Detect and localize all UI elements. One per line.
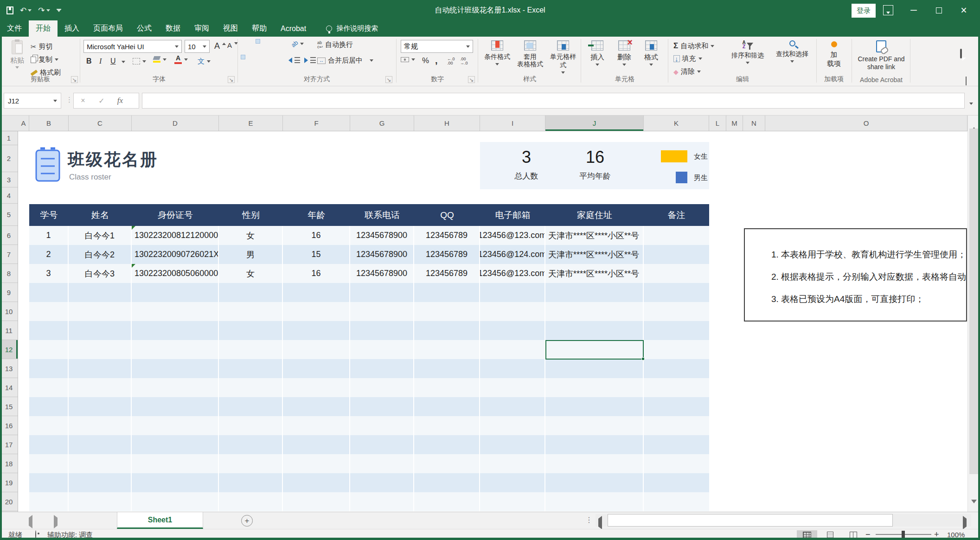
cell[interactable]: [480, 321, 545, 340]
undo-button[interactable]: ↶: [20, 6, 32, 14]
cell[interactable]: [414, 283, 480, 302]
cell[interactable]: [644, 416, 709, 435]
cell[interactable]: [283, 340, 350, 359]
name-box[interactable]: J12: [4, 93, 61, 109]
row-header-8[interactable]: 8: [0, 264, 18, 283]
cell[interactable]: [545, 378, 644, 397]
row-header-4[interactable]: 4: [0, 187, 18, 204]
cell[interactable]: [132, 473, 219, 492]
cell[interactable]: 123456@124.com: [480, 245, 545, 264]
cell[interactable]: [219, 302, 283, 321]
cell[interactable]: [350, 359, 414, 378]
sort-filter-button[interactable]: AZ 排序和筛选: [726, 40, 769, 64]
column-header-H[interactable]: H: [414, 116, 480, 131]
decrease-decimal-button[interactable]: .00 →.0: [460, 57, 468, 65]
cell[interactable]: [219, 435, 283, 454]
addins-button[interactable]: 加 载项: [822, 41, 846, 68]
cell[interactable]: [414, 321, 480, 340]
tab-splitter-handle[interactable]: ⋮: [585, 515, 593, 524]
collapse-ribbon-button[interactable]: [966, 77, 967, 85]
cell[interactable]: [283, 435, 350, 454]
phonetic-button[interactable]: 文: [198, 57, 211, 66]
tab-view[interactable]: 视图: [216, 20, 245, 37]
cancel-icon[interactable]: ×: [74, 96, 92, 105]
row-header-13[interactable]: 13: [0, 359, 18, 378]
cell[interactable]: [644, 340, 709, 359]
cell[interactable]: [644, 473, 709, 492]
cell[interactable]: [480, 492, 545, 511]
cell[interactable]: [29, 435, 69, 454]
cell[interactable]: [644, 264, 709, 283]
cell[interactable]: [545, 416, 644, 435]
cell[interactable]: [219, 473, 283, 492]
row-header-19[interactable]: 19: [0, 473, 18, 492]
cell[interactable]: [132, 359, 219, 378]
formula-bar-expand-icon[interactable]: [969, 98, 973, 107]
row-header-10[interactable]: 10: [0, 302, 18, 321]
cell[interactable]: [350, 492, 414, 511]
redo-chevron-icon[interactable]: [46, 9, 50, 12]
wrap-text-button[interactable]: ab c↩自动换行: [317, 40, 353, 49]
column-header-A[interactable]: A: [18, 116, 29, 131]
cell[interactable]: [69, 359, 132, 378]
cell[interactable]: [219, 359, 283, 378]
cell[interactable]: [545, 359, 644, 378]
undo-chevron-icon[interactable]: [28, 9, 32, 12]
cell[interactable]: 白今今3: [69, 264, 132, 283]
cell[interactable]: [545, 454, 644, 473]
column-header-G[interactable]: G: [350, 116, 414, 131]
cell[interactable]: [132, 321, 219, 340]
cell[interactable]: 15: [283, 245, 350, 264]
share-comments-icon[interactable]: [960, 50, 962, 58]
cell[interactable]: [219, 454, 283, 473]
cell[interactable]: [283, 492, 350, 511]
cell[interactable]: [545, 397, 644, 416]
cell[interactable]: 123456789: [414, 264, 480, 283]
cell[interactable]: [350, 283, 414, 302]
tab-page-layout[interactable]: 页面布局: [86, 20, 130, 37]
cell[interactable]: 16: [283, 226, 350, 245]
cell[interactable]: [219, 397, 283, 416]
formula-input[interactable]: [142, 93, 965, 109]
cell[interactable]: [480, 473, 545, 492]
namebox-splitter[interactable]: ⋮: [66, 96, 73, 104]
notes-textbox[interactable]: 1. 本表格用于学校、教育机构进行学生管理使用； 2. 根据表格提示，分别输入对…: [744, 228, 967, 321]
cell[interactable]: [545, 321, 644, 340]
currency-format-button[interactable]: [401, 57, 415, 62]
cell[interactable]: 123456@123.com: [480, 226, 545, 245]
cell[interactable]: [283, 283, 350, 302]
cell[interactable]: [219, 416, 283, 435]
cell[interactable]: 3: [29, 264, 69, 283]
row-header-16[interactable]: 16: [0, 416, 18, 435]
cell[interactable]: 2: [29, 245, 69, 264]
column-header-O[interactable]: O: [765, 116, 967, 131]
cell[interactable]: 16: [283, 264, 350, 283]
cell[interactable]: [480, 359, 545, 378]
cell[interactable]: [545, 283, 644, 302]
cell[interactable]: 123456789: [414, 245, 480, 264]
cell[interactable]: [350, 340, 414, 359]
cell[interactable]: [350, 321, 414, 340]
cell[interactable]: [480, 340, 545, 359]
cell[interactable]: [350, 416, 414, 435]
tab-file[interactable]: 文件: [0, 20, 29, 37]
cell[interactable]: [283, 359, 350, 378]
next-sheet-icon[interactable]: [54, 518, 58, 526]
cell[interactable]: [29, 492, 69, 511]
new-sheet-button[interactable]: +: [241, 515, 253, 527]
cell[interactable]: [69, 435, 132, 454]
cell[interactable]: [29, 359, 69, 378]
fill-handle[interactable]: [641, 357, 645, 360]
tab-insert[interactable]: 插入: [58, 20, 86, 37]
font-color-button[interactable]: A: [174, 55, 188, 64]
align-left-button[interactable]: [241, 55, 245, 59]
cell[interactable]: [69, 302, 132, 321]
minimize-button[interactable]: ─: [903, 0, 925, 20]
cell[interactable]: [29, 473, 69, 492]
tab-data[interactable]: 数据: [159, 20, 187, 37]
cell[interactable]: [350, 435, 414, 454]
cell[interactable]: [480, 378, 545, 397]
paste-button[interactable]: 粘贴: [6, 40, 29, 69]
increase-font-button[interactable]: A: [214, 41, 226, 51]
copy-button[interactable]: 复制: [31, 55, 58, 64]
